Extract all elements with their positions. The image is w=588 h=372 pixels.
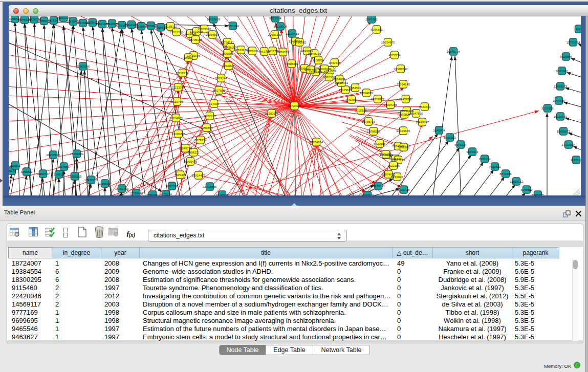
svg-text:13179613: 13179613 bbox=[339, 88, 353, 91]
svg-text:17307133: 17307133 bbox=[391, 158, 405, 161]
svg-text:18754131: 18754131 bbox=[221, 40, 234, 43]
svg-text:10848230: 10848230 bbox=[308, 52, 321, 55]
svg-text:15588301: 15588301 bbox=[285, 62, 299, 65]
svg-text:10958107: 10958107 bbox=[98, 182, 112, 185]
svg-text:12213363: 12213363 bbox=[171, 85, 185, 89]
svg-text:16210643: 16210643 bbox=[554, 115, 568, 118]
svg-text:12505135: 12505135 bbox=[68, 174, 82, 178]
svg-text:1167533: 1167533 bbox=[571, 158, 581, 161]
svg-text:11014145: 11014145 bbox=[397, 82, 410, 85]
svg-text:1010755: 1010755 bbox=[171, 100, 183, 103]
svg-text:9953167: 9953167 bbox=[277, 50, 289, 53]
svg-text:19218506: 19218506 bbox=[274, 25, 288, 28]
svg-text:16648794: 16648794 bbox=[447, 50, 461, 53]
svg-text:22507109: 22507109 bbox=[268, 33, 282, 36]
svg-text:17796882: 17796882 bbox=[293, 40, 307, 43]
svg-text:21981592: 21981592 bbox=[394, 67, 408, 70]
svg-text:6994562: 6994562 bbox=[371, 28, 383, 31]
svg-text:17016504: 17016504 bbox=[562, 143, 576, 146]
svg-text:12093873: 12093873 bbox=[554, 84, 568, 87]
svg-text:15692971: 15692971 bbox=[557, 129, 571, 133]
svg-text:8938923: 8938923 bbox=[444, 136, 456, 139]
svg-text:18795716: 18795716 bbox=[362, 120, 376, 123]
svg-text:5308102: 5308102 bbox=[398, 145, 410, 148]
svg-text:11876872: 11876872 bbox=[371, 97, 385, 100]
svg-text:19098556: 19098556 bbox=[367, 129, 381, 133]
svg-text:18724007: 18724007 bbox=[288, 104, 302, 107]
svg-text:8215955: 8215955 bbox=[541, 106, 554, 110]
svg-text:1108894: 1108894 bbox=[313, 58, 325, 61]
svg-text:13325419: 13325419 bbox=[286, 32, 299, 35]
svg-text:14136141: 14136141 bbox=[372, 184, 385, 187]
svg-text:12942737: 12942737 bbox=[36, 172, 50, 175]
svg-text:16099489: 16099489 bbox=[184, 160, 198, 163]
svg-text:7357224: 7357224 bbox=[227, 24, 239, 27]
svg-text:21053346: 21053346 bbox=[76, 64, 90, 68]
svg-text:3642648: 3642648 bbox=[329, 61, 341, 64]
svg-text:8471676: 8471676 bbox=[499, 172, 512, 175]
svg-text:39975867: 39975867 bbox=[57, 165, 71, 168]
svg-text:6879197: 6879197 bbox=[454, 143, 467, 146]
svg-text:1019189: 1019189 bbox=[355, 108, 367, 112]
svg-text:8427552: 8427552 bbox=[213, 89, 225, 92]
svg-text:2935114: 2935114 bbox=[479, 157, 491, 160]
svg-text:4753657: 4753657 bbox=[345, 98, 358, 101]
svg-text:20037339: 20037339 bbox=[318, 67, 332, 70]
svg-text:10654112: 10654112 bbox=[510, 180, 524, 183]
svg-text:9245652: 9245652 bbox=[520, 188, 533, 191]
svg-text:3875685: 3875685 bbox=[221, 52, 233, 55]
svg-text:21300273: 21300273 bbox=[265, 112, 279, 115]
svg-text:15718485: 15718485 bbox=[203, 185, 217, 188]
svg-text:6420686: 6420686 bbox=[374, 142, 386, 145]
svg-text:20091406: 20091406 bbox=[57, 16, 71, 19]
svg-text:16914479: 16914479 bbox=[192, 173, 206, 177]
svg-text:9857791: 9857791 bbox=[166, 184, 178, 187]
svg-text:2803144: 2803144 bbox=[215, 76, 227, 79]
svg-text:1733426: 1733426 bbox=[398, 188, 410, 191]
svg-text:19654985: 19654985 bbox=[169, 116, 183, 119]
svg-text:21012166: 21012166 bbox=[170, 30, 184, 33]
svg-text:17359924: 17359924 bbox=[70, 152, 84, 155]
svg-text:217006: 217006 bbox=[209, 102, 220, 105]
svg-text:19166825: 19166825 bbox=[172, 132, 186, 135]
svg-text:9242848: 9242848 bbox=[222, 64, 234, 67]
svg-text:5219822: 5219822 bbox=[391, 175, 403, 178]
svg-text:39154: 39154 bbox=[9, 169, 16, 172]
svg-text:8813054: 8813054 bbox=[269, 16, 281, 19]
svg-text:9329986: 9329986 bbox=[560, 55, 572, 58]
svg-text:1385239: 1385239 bbox=[246, 49, 258, 52]
svg-text:15165337: 15165337 bbox=[164, 25, 178, 28]
svg-text:3874052: 3874052 bbox=[380, 152, 392, 156]
svg-text:9227342: 9227342 bbox=[556, 69, 568, 72]
svg-text:2718176: 2718176 bbox=[177, 71, 189, 74]
svg-text:16947830: 16947830 bbox=[409, 112, 423, 115]
svg-text:9837869: 9837869 bbox=[304, 68, 317, 71]
svg-text:1353594: 1353594 bbox=[201, 126, 213, 129]
svg-text:20206536: 20206536 bbox=[47, 153, 60, 156]
svg-text:7632621: 7632621 bbox=[489, 165, 501, 168]
svg-text:3322386: 3322386 bbox=[387, 164, 400, 167]
svg-text:19448347: 19448347 bbox=[416, 120, 429, 123]
svg-text:16046788: 16046788 bbox=[179, 146, 192, 149]
svg-text:3498222: 3498222 bbox=[187, 150, 200, 154]
svg-text:16705148: 16705148 bbox=[189, 38, 203, 41]
svg-text:1244415: 1244415 bbox=[553, 99, 565, 102]
svg-text:21097245: 21097245 bbox=[384, 103, 398, 106]
svg-text:4570554: 4570554 bbox=[388, 53, 401, 56]
svg-text:3267110: 3267110 bbox=[204, 114, 216, 117]
svg-text:9474444: 9474444 bbox=[466, 150, 478, 153]
svg-text:8678334: 8678334 bbox=[194, 138, 207, 141]
svg-text:7625402: 7625402 bbox=[174, 173, 186, 176]
svg-text:6540741: 6540741 bbox=[419, 105, 431, 108]
svg-text:20994697: 20994697 bbox=[206, 33, 220, 36]
svg-text:9893824: 9893824 bbox=[398, 113, 410, 116]
svg-text:1640954: 1640954 bbox=[433, 128, 445, 132]
svg-text:11318461: 11318461 bbox=[335, 81, 349, 84]
svg-text:9082309: 9082309 bbox=[323, 75, 335, 78]
svg-text:2087682: 2087682 bbox=[365, 17, 378, 20]
svg-text:17957253: 17957253 bbox=[84, 178, 98, 181]
svg-text:9034686: 9034686 bbox=[333, 77, 345, 80]
svg-text:1156829: 1156829 bbox=[21, 170, 33, 173]
svg-text:17394887: 17394887 bbox=[360, 91, 374, 94]
svg-text:19384554: 19384554 bbox=[310, 140, 323, 143]
